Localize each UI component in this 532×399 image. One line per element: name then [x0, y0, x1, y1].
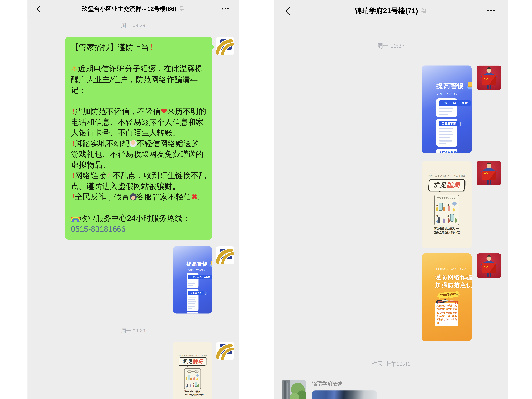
blank-line [71, 53, 206, 63]
bangbang-emoji: ‼ [149, 43, 153, 52]
message-row-image: 提高警惕 守好自己的“钱袋子” 一卡、二码、三要素 四要三不要 防范金融诈骗 保… [274, 65, 508, 153]
poster-fraud-title: 谨防网络诈骗 加强防范意识 [435, 273, 458, 289]
poster-alert-card1: 一卡、二码、三要素 [437, 98, 457, 117]
bangbang-emoji: ‼ [71, 139, 75, 148]
chat-header: 锦瑞学府21号楼(71) [274, 0, 508, 22]
poster-alert-subtitle: 守好自己的“钱袋子” [186, 268, 208, 272]
back-icon[interactable] [37, 6, 44, 13]
message-row-incoming: 锦瑞学府管家 [274, 380, 508, 399]
poster-scam-title-black: 常见 [182, 359, 193, 364]
message-row-broadcast: 【管家播报】谨防上当‼⚠近期电信诈骗分子猖獗，在此温馨提醒广大业主/住户，防范网… [27, 37, 239, 240]
person-emoji [129, 140, 137, 147]
money-box-icon [208, 261, 212, 268]
poster-scam-frame: 1 2 3 4 [184, 368, 201, 389]
message-paragraph: 物业服务中心24小时服务热线： [71, 213, 206, 224]
avatar-flag-kid[interactable] [477, 65, 501, 90]
hotline-phone-link[interactable]: 0515-83181666 [71, 224, 206, 234]
search-icon [460, 122, 461, 126]
poster-scam-topline: 谨防诈骗 从我做起 不听 不信 不转账 [178, 354, 207, 356]
message-paragraph: ⚠近期电信诈骗分子猖獗，在此温馨提醒广大业主/住户，防范网络诈骗请牢记： [71, 63, 206, 95]
blank-line [71, 95, 206, 106]
poster-image-alert[interactable]: 提高警惕 守好自己的“钱袋子” 一卡、二码、三要素 四要三不要 防范金融诈骗 保… [422, 65, 472, 153]
poster-image-alert[interactable]: 提高警惕 守好自己的“钱袋子” 一卡、二码、三要素 四要三不要 防范金融诈骗 保… [173, 246, 212, 313]
bubble-tail [212, 44, 215, 50]
message-paragraph: ‼严加防范不轻信，不轻信❤来历不明的电话和信息、不轻易透露个人信息和家人银行卡号… [71, 106, 206, 138]
timestamp: 昨天 上午10:41 [274, 360, 508, 368]
poster-alert-card3: 防范金融诈骗 保障财产安全 [186, 312, 199, 313]
incoming-content: 锦瑞学府管家 [312, 380, 377, 399]
avatar-community-photo[interactable] [282, 380, 306, 399]
poster-alert-title: 提高警惕 [186, 261, 208, 267]
avatar-flag-kid[interactable] [477, 253, 501, 278]
poster-alert-footer: 防范金融诈骗 保障财产安全 [439, 151, 454, 153]
poster-scam-footer: 请勿轻信以上情况 遇到立即拨打报警电话！ [184, 390, 201, 396]
comic-panel-4: 4 [193, 381, 199, 387]
mute-bell-icon [420, 6, 427, 15]
avatar-flag-kid[interactable] [477, 161, 501, 185]
boy-figure [449, 300, 454, 300]
poster-alert-header: 提高警惕 守好自己的“钱袋子” [437, 81, 457, 96]
poster-scam-frame: 1 2 3 4 [434, 195, 459, 225]
avatar-property-logo[interactable] [216, 37, 234, 55]
poster-alert-card3: 防范金融诈骗 保障财产安全 [437, 149, 457, 153]
warning-emoji: ⚠ [71, 64, 78, 73]
poster-fraud-bubble: 诈骗!!不能转!! [437, 291, 460, 299]
poster-alert-card1: 一卡、二码、三要素 [186, 273, 199, 288]
poster-image-fraud[interactable]: 儿童网络防范诈骗知识普及宣传 谨防网络诈骗 加强防范意识 诈骗!!不能转!! ?… [422, 253, 472, 341]
pill-label: 四要三不要 [439, 121, 459, 126]
bangbang-emoji: ‼ [71, 107, 75, 116]
pill-label: 四要三不要 [188, 291, 204, 295]
poster-image-scam[interactable]: 谨防诈骗 从我做起 不听 不信 不转账 常见骗局 1 2 3 4 请勿轻信以上情… [173, 342, 212, 399]
chat-header: 玖玺台小区业主交流群～12号楼(66) [27, 0, 239, 18]
back-icon[interactable] [285, 7, 293, 15]
comic-panel-1: 1 [436, 202, 446, 211]
poster-fraud-topline: 儿童网络防范诈骗知识普及宣传 [435, 268, 458, 271]
poster-fraud-footer: 凡收到恐吓威胁、反洗钱类的陌生短信或电话或者声称进行资金审查的，请一概不要相信，… [435, 303, 458, 326]
message-paragraph: ‼网络链接✍不乱点，收到陌生链接不乱点、谨防进入虚假网站被骗财。 [71, 170, 206, 192]
message-row-image: 提高警惕 守好自己的“钱袋子” 一卡、二码、三要素 四要三不要 防范金融诈骗 保… [27, 246, 239, 313]
comic-panel-3: 3 [186, 381, 192, 387]
money-box-icon [464, 81, 472, 91]
poster-alert-title: 提高警惕 [437, 81, 464, 90]
incoming-image[interactable] [312, 391, 377, 399]
message-paragraph: 【管家播报】谨防上当‼ [71, 42, 206, 53]
message-row-image: 谨防诈骗 从我做起 不听 不信 不转账 常见骗局 1 2 3 4 请勿轻信以上情… [274, 161, 508, 248]
comic-panel-2: 2 [193, 374, 199, 380]
avatar-property-logo[interactable] [216, 342, 234, 360]
sender-name: 锦瑞学府管家 [312, 380, 343, 387]
detective-emoji [129, 193, 137, 201]
cross-emoji: ✖ [191, 192, 198, 201]
pill-label: 一卡、二码、三要素 [188, 275, 212, 279]
poster-scam-topline: 谨防诈骗 从我做起 不听 不信 不转账 [428, 174, 466, 177]
more-menu-icon[interactable] [487, 10, 495, 12]
poster-scam-title-bubble: 常见骗局 [178, 357, 207, 366]
chat-screen-left: 玖玺台小区业主交流群～12号楼(66) 周一 09:29 【管家播报】谨防上当‼… [27, 0, 239, 399]
broadcast-message-bubble[interactable]: 【管家播报】谨防上当‼⚠近期电信诈骗分子猖獗，在此温馨提醒广大业主/住户，防范网… [65, 37, 212, 240]
poster-alert-card2: 四要三不要 [186, 289, 199, 310]
text-bubble-wrap: 【管家播报】谨防上当‼⚠近期电信诈骗分子猖獗，在此温馨提醒广大业主/住户，防范网… [65, 37, 212, 240]
rainbow-emoji [71, 217, 80, 222]
poster-scam-title-black: 常见 [433, 181, 447, 189]
poster-alert-subtitle: 守好自己的“钱袋子” [437, 92, 464, 96]
chat-title: 玖玺台小区业主交流群～12号楼(66) [82, 5, 176, 13]
timestamp: 周一 09:37 [274, 42, 508, 50]
message-paragraph: ‼全民反诈，假冒客服管家不轻信✖。 [71, 192, 206, 202]
search-icon [205, 291, 205, 295]
comic-panel-2: 2 [447, 202, 457, 211]
poster-alert-header: 提高警惕 守好自己的“钱袋子” [186, 261, 199, 272]
blank-line [71, 202, 206, 213]
comic-panel-3: 3 [436, 213, 446, 223]
bangbang-emoji: ‼ [71, 171, 75, 180]
message-row-image: 谨防诈骗 从我做起 不听 不信 不转账 常见骗局 1 2 3 4 请勿轻信以上情… [27, 342, 239, 399]
poster-alert-card2: 四要三不要 [437, 119, 457, 147]
writing-emoji: ✍ [106, 171, 113, 180]
more-menu-icon[interactable] [222, 8, 229, 10]
monitor-shape [436, 299, 447, 304]
message-row-image: 儿童网络防范诈骗知识普及宣传 谨防网络诈骗 加强防范意识 诈骗!!不能转!! ?… [274, 253, 508, 341]
avatar-property-logo[interactable] [216, 246, 234, 264]
poster-scam-title-red: 骗局 [446, 181, 460, 189]
message-paragraph: ‼脚踏实地不幻想不轻信网络赠送的游戏礼包、不轻易收取网友免费赠送的虚拟物品。 [71, 138, 206, 170]
poster-image-scam[interactable]: 谨防诈骗 从我做起 不听 不信 不转账 常见骗局 1 2 3 4 请勿轻信以上情… [422, 161, 472, 248]
mute-bell-icon [179, 5, 184, 12]
chat-screen-right: 锦瑞学府21号楼(71) 周一 09:37 提高警惕 守好自己的“钱袋子” 一卡… [274, 0, 508, 399]
